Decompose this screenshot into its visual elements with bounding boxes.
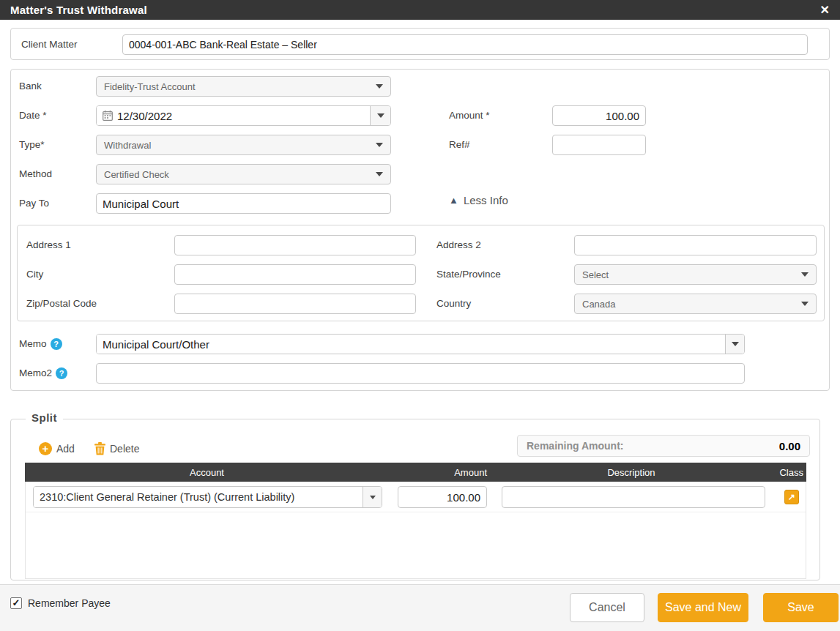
caret-down-icon (376, 84, 383, 89)
address2-label: Address 2 (436, 235, 481, 255)
memo-value: Municipal Court/Other (103, 338, 209, 351)
address2-input[interactable] (574, 235, 817, 255)
account-column-header: Account (25, 467, 389, 478)
memo-label: Memo? (19, 334, 62, 354)
bank-dropdown-value: Fidelity-Trust Account (104, 81, 196, 92)
less-info-toggle[interactable]: ▲ Less Info (449, 194, 508, 206)
date-picker[interactable]: 12/30/2022 (96, 105, 391, 126)
memo-dropdown-button[interactable] (725, 335, 744, 354)
dialog-titlebar: Matter's Trust Withdrawal ✕ (0, 0, 840, 20)
method-label: Method (19, 164, 52, 184)
memo2-help-icon[interactable]: ? (56, 367, 67, 379)
split-row: 2310:Client General Retainer (Trust) (Cu… (26, 482, 806, 512)
country-label: Country (436, 294, 471, 314)
method-dropdown-value: Certified Check (104, 169, 169, 180)
save-button[interactable]: Save (763, 593, 839, 622)
bank-dropdown[interactable]: Fidelity-Trust Account (96, 76, 391, 97)
city-label: City (26, 264, 43, 285)
delete-label: Delete (110, 443, 139, 455)
save-button-label: Save (787, 601, 814, 614)
memo-field[interactable]: Municipal Court/Other (97, 335, 725, 354)
address-section: Address 1 City Zip/Postal Code Address 2… (17, 225, 825, 321)
state-label: State/Province (436, 264, 501, 285)
client-matter-label: Client Matter (21, 34, 78, 55)
address1-label: Address 1 (26, 235, 71, 255)
city-input[interactable] (174, 264, 416, 285)
calendar-icon (103, 111, 113, 121)
remaining-amount-box: Remaining Amount: 0.00 (517, 435, 810, 457)
type-dropdown-value: Withdrawal (104, 140, 151, 151)
add-split-button[interactable]: + Add (39, 441, 75, 456)
type-dropdown[interactable]: Withdrawal (96, 135, 391, 155)
date-label: Date * (19, 105, 47, 126)
trash-icon (94, 442, 105, 455)
less-info-label: Less Info (464, 194, 508, 206)
amount-column-header: Amount (389, 467, 493, 478)
cancel-button-label: Cancel (589, 601, 625, 614)
account-dropdown-button[interactable] (363, 487, 382, 507)
close-icon[interactable]: ✕ (820, 4, 830, 16)
collapse-triangle-icon: ▲ (449, 195, 458, 205)
date-dropdown-button[interactable] (370, 106, 390, 125)
ref-input[interactable] (552, 135, 646, 155)
pay-to-input[interactable] (96, 193, 391, 214)
delete-split-button[interactable]: Delete (94, 441, 139, 456)
country-dropdown-value: Canada (582, 299, 616, 310)
caret-down-icon (376, 143, 383, 147)
memo-combo[interactable]: Municipal Court/Other (96, 334, 745, 354)
class-column-header: Class (770, 467, 806, 478)
caret-down-icon (801, 272, 809, 277)
split-table-body: 2310:Client General Retainer (Trust) (Cu… (25, 482, 806, 579)
zip-label: Zip/Postal Code (26, 294, 97, 314)
split-description-input[interactable] (502, 486, 765, 508)
description-column-header: Description (493, 467, 770, 478)
split-amount-input[interactable] (398, 486, 487, 508)
memo-help-icon[interactable]: ? (51, 338, 62, 350)
remaining-amount-label: Remaining Amount: (527, 440, 623, 452)
remaining-amount-value: 0.00 (779, 440, 800, 452)
caret-down-icon (377, 113, 384, 118)
account-field[interactable]: 2310:Client General Retainer (Trust) (Cu… (34, 487, 363, 507)
zip-input[interactable] (174, 294, 416, 314)
remember-payee-label: Remember Payee (28, 597, 111, 610)
date-field[interactable]: 12/30/2022 (97, 106, 370, 125)
amount-label: Amount * (449, 105, 490, 126)
arrow-up-right-icon: ↗ (788, 492, 795, 502)
dialog-footer: ✓ Remember Payee Cancel Save and New Sav… (0, 584, 840, 631)
account-combo[interactable]: 2310:Client General Retainer (Trust) (Cu… (33, 486, 382, 508)
memo2-label: Memo2? (19, 363, 67, 384)
class-open-button[interactable]: ↗ (784, 490, 799, 504)
client-matter-input[interactable] (122, 34, 808, 55)
save-and-new-button[interactable]: Save and New (658, 593, 748, 622)
main-form-section: Bank Fidelity-Trust Account Date * (10, 69, 830, 391)
split-table-header: Account Amount Description Class (25, 463, 806, 482)
method-dropdown[interactable]: Certified Check (96, 164, 391, 184)
pay-to-label: Pay To (19, 193, 49, 214)
dialog-title: Matter's Trust Withdrawal (10, 4, 147, 16)
caret-down-icon (732, 342, 739, 346)
memo-label-text: Memo (19, 338, 47, 349)
caret-down-icon (801, 302, 809, 306)
state-dropdown-value: Select (582, 269, 609, 280)
date-value: 12/30/2022 (117, 110, 172, 122)
caret-down-icon (370, 496, 376, 499)
memo2-input[interactable] (96, 363, 745, 384)
ref-label: Ref# (449, 135, 470, 155)
trust-withdrawal-dialog: Matter's Trust Withdrawal ✕ Client Matte… (0, 0, 840, 631)
caret-down-icon (376, 172, 383, 176)
memo2-label-text: Memo2 (19, 367, 52, 378)
state-dropdown[interactable]: Select (574, 264, 817, 285)
amount-input[interactable] (552, 105, 646, 126)
check-icon: ✓ (12, 597, 21, 608)
remember-payee-checkbox[interactable]: ✓ (10, 597, 22, 609)
save-and-new-button-label: Save and New (665, 601, 741, 614)
split-table: Account Amount Description Class 2310:Cl… (25, 463, 806, 579)
add-label: Add (56, 443, 75, 455)
bank-label: Bank (19, 76, 42, 97)
account-value: 2310:Client General Retainer (Trust) (Cu… (40, 491, 294, 503)
cancel-button[interactable]: Cancel (570, 593, 644, 622)
client-matter-section: Client Matter (10, 28, 830, 60)
split-section: Split + Add Delete Remaining Amount: 0.0… (10, 419, 820, 580)
address1-input[interactable] (174, 235, 416, 255)
country-dropdown[interactable]: Canada (574, 294, 817, 314)
